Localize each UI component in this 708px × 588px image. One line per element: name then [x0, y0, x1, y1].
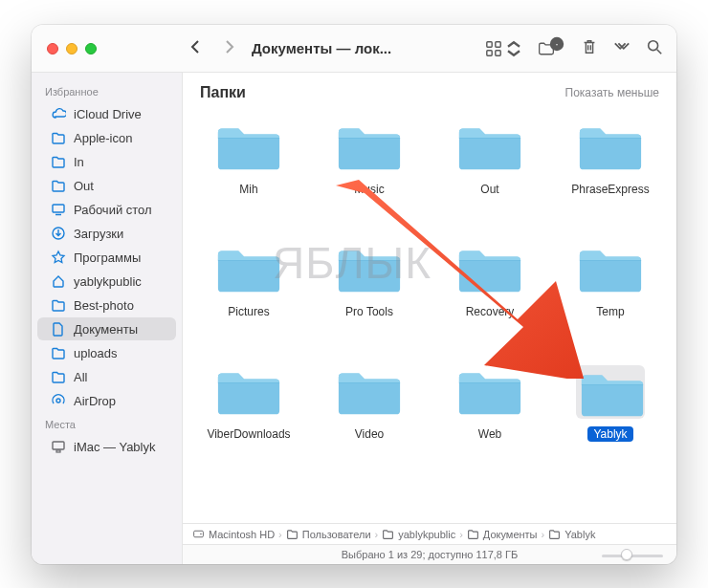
view-icon-button[interactable]: [485, 40, 522, 57]
path-segment[interactable]: Macintosh HD: [192, 528, 275, 540]
folder-item[interactable]: Temp: [550, 235, 671, 358]
sidebar-item-all[interactable]: All: [37, 365, 176, 388]
path-segment[interactable]: Документы: [467, 528, 538, 540]
folder-icon: [576, 365, 645, 419]
folder-label: Temp: [590, 304, 630, 319]
path-segment[interactable]: Пользователи: [286, 528, 371, 540]
folder-item[interactable]: Recovery: [430, 235, 550, 358]
sidebar-item-label: AirDrop: [74, 394, 116, 408]
sidebar-item-label: Apple-icon: [74, 131, 132, 145]
sidebar-item-label: Документы: [74, 322, 138, 337]
folder-label: Yablyk: [587, 426, 632, 442]
folder-item[interactable]: Yablyk: [550, 358, 671, 480]
sidebar-item-airdrop[interactable]: AirDrop: [37, 389, 176, 412]
folder-item[interactable]: Music: [309, 113, 430, 235]
folder-item[interactable]: Mih: [188, 113, 309, 235]
close-button[interactable]: [47, 43, 58, 54]
folder-item[interactable]: Video: [309, 358, 430, 480]
chevron-right-icon: ›: [542, 529, 545, 540]
section-header: Папки Показать меньше: [183, 73, 676, 105]
folder-label: Pictures: [222, 304, 275, 319]
svg-rect-1: [496, 41, 500, 46]
svg-rect-0: [487, 41, 492, 46]
sidebar-item-best-photo[interactable]: Best-photo: [37, 294, 176, 316]
folder-icon: [576, 120, 645, 174]
folder-icon: [455, 365, 524, 419]
sidebar-item-apps[interactable]: Программы: [37, 246, 176, 269]
svg-rect-3: [496, 50, 500, 54]
folder-label: Out: [475, 182, 504, 197]
sidebar-item-out[interactable]: Out: [37, 174, 176, 197]
forward-button[interactable]: [221, 39, 236, 58]
svg-rect-2: [487, 50, 492, 54]
folder-item[interactable]: Web: [430, 358, 550, 480]
sidebar-item-desktop[interactable]: Рабочий стол: [37, 198, 176, 221]
chevron-right-icon: ›: [375, 529, 379, 540]
show-less-link[interactable]: Показать меньше: [565, 86, 659, 99]
sidebar-item-apple-icon[interactable]: Apple-icon: [37, 126, 176, 149]
titlebar: Документы — лок... ·: [32, 25, 676, 73]
zoom-slider[interactable]: [602, 548, 663, 561]
sidebar-item-label: iCloud Drive: [74, 107, 142, 121]
folder-label: Music: [348, 182, 389, 197]
folder-label: Mih: [233, 182, 263, 197]
sidebar-item-documents[interactable]: Документы: [37, 317, 176, 340]
folder-icon: [455, 120, 524, 174]
main-panel: Папки Показать меньше MihMusicOutPhraseE…: [183, 73, 676, 564]
folder-item[interactable]: PhraseExpress: [550, 113, 671, 235]
sidebar-item-label: Программы: [74, 250, 141, 265]
folder-item[interactable]: Out: [430, 113, 550, 235]
folder-item[interactable]: Pro Tools: [309, 235, 430, 358]
folder-item[interactable]: Pictures: [188, 235, 309, 358]
window-title: Документы — лок...: [242, 40, 397, 56]
sidebar-item-label: All: [74, 370, 87, 384]
sidebar-item-label: Рабочий стол: [74, 203, 152, 217]
minimize-button[interactable]: [66, 43, 77, 54]
sidebar-item-label: Best-photo: [74, 298, 134, 313]
folder-icon: [214, 120, 283, 174]
status-bar: Выбрано 1 из 29; доступно 117,8 ГБ: [183, 544, 676, 564]
folder-icon: [214, 365, 283, 419]
window-body: Избранное iCloud DriveApple-iconInOutРаб…: [32, 73, 676, 564]
sidebar-item-label: yablykpublic: [74, 274, 142, 289]
sidebar-item-imac[interactable]: iMac — Yablyk: [37, 435, 176, 458]
sidebar-item-in[interactable]: In: [37, 150, 176, 173]
sidebar-item-yablykpublic[interactable]: yablykpublic: [37, 270, 176, 293]
sidebar-section-favorites: Избранное: [32, 80, 182, 101]
folder-label: Recovery: [460, 304, 520, 319]
path-segment[interactable]: Yablyk: [548, 528, 595, 540]
folder-label: PhraseExpress: [565, 182, 654, 197]
sidebar-item-label: Загрузки: [74, 227, 123, 241]
sidebar-item-label: iMac — Yablyk: [74, 440, 156, 454]
sidebar-item-label: Out: [74, 179, 94, 193]
folder-label: Pro Tools: [340, 304, 399, 319]
sidebar-item-downloads[interactable]: Загрузки: [37, 222, 176, 245]
fullscreen-button[interactable]: [85, 43, 97, 54]
sidebar-item-icloud-drive[interactable]: iCloud Drive: [37, 102, 176, 125]
toolbar-right: ·: [485, 38, 676, 59]
traffic-lights: [32, 43, 183, 54]
back-button[interactable]: [188, 39, 204, 58]
folder-icon: [335, 243, 404, 296]
sidebar-item-uploads[interactable]: uploads: [37, 341, 176, 364]
folder-icon: [335, 120, 404, 174]
nav-buttons: [183, 39, 242, 58]
search-button[interactable]: [646, 38, 663, 59]
finder-window: Документы — лок... ·: [32, 25, 676, 564]
path-segment[interactable]: yablykpublic: [382, 528, 455, 540]
sidebar-section-locations: Места: [32, 413, 182, 434]
folder-icon: [335, 365, 404, 419]
folder-icon: [214, 243, 283, 296]
status-text: Выбрано 1 из 29; доступно 117,8 ГБ: [342, 549, 518, 560]
folder-icon: [455, 243, 524, 296]
overflow-button[interactable]: [613, 38, 631, 59]
folder-label: ViberDownloads: [201, 426, 296, 442]
sidebar-item-label: In: [74, 155, 84, 169]
group-by-button[interactable]: ·: [538, 40, 565, 57]
svg-text:·: ·: [556, 37, 559, 49]
svg-line-9: [657, 49, 662, 54]
folder-item[interactable]: ViberDownloads: [188, 358, 309, 480]
svg-point-8: [649, 40, 658, 50]
folder-label: Video: [349, 426, 389, 442]
trash-button[interactable]: [581, 38, 598, 59]
